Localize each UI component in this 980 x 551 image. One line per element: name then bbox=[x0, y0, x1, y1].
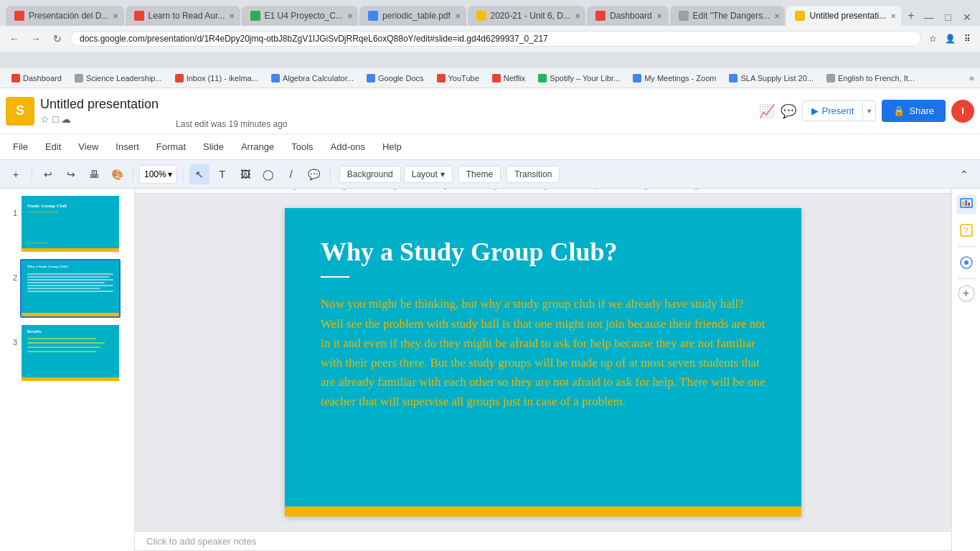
menu-addons[interactable]: Add-ons bbox=[324, 138, 372, 155]
sidebar-question-icon[interactable]: ? bbox=[956, 220, 976, 240]
tab1-close[interactable]: ✕ bbox=[113, 12, 118, 20]
background-button[interactable]: Background bbox=[339, 166, 401, 183]
zoom-control[interactable]: 100% ▾ bbox=[139, 165, 177, 184]
slide-1-subtitle: See All The Real Goods bbox=[27, 210, 58, 214]
sidebar-add-button[interactable]: + bbox=[958, 285, 975, 302]
tab6-close[interactable]: ✕ bbox=[656, 12, 662, 20]
tab-proyecto[interactable]: E1 U4 Proyecto_C... ✕ bbox=[242, 6, 359, 26]
toolbar: + ↩ ↪ 🖶 🎨 100% ▾ ↖ T 🖼 ◯ / 💬 Background … bbox=[0, 160, 980, 189]
bookmark-sla[interactable]: SLA Supply List 20... bbox=[723, 72, 819, 84]
bookmark-dashboard[interactable]: Dashboard bbox=[6, 72, 67, 84]
slides-icon[interactable]: □ bbox=[52, 113, 58, 125]
slide-title[interactable]: Why a Study Group Club? bbox=[321, 237, 618, 267]
collapse-toolbar-button[interactable]: ⌃ bbox=[954, 164, 974, 184]
bookmark-inbox[interactable]: Inbox (11) - ikelma... bbox=[169, 72, 264, 84]
star-icon[interactable]: ☆ bbox=[40, 113, 50, 125]
sidebar-slides-icon[interactable] bbox=[956, 194, 976, 215]
notes-placeholder[interactable]: Click to add speaker notes bbox=[146, 536, 256, 547]
tab-presentacion[interactable]: Presentación del D... ✕ bbox=[6, 6, 124, 26]
slide-3-title: Benefits bbox=[27, 329, 42, 334]
present-main[interactable]: ▶ Present bbox=[803, 101, 862, 121]
toolbar-sep4 bbox=[330, 167, 331, 182]
doc-title[interactable]: Untitled presentation bbox=[40, 97, 159, 112]
tab-unit6[interactable]: 2020-21 - Unit 6, D... ✕ bbox=[468, 6, 586, 26]
share-label: Share bbox=[909, 105, 934, 116]
menu-insert[interactable]: Insert bbox=[108, 138, 146, 155]
slide-thumb-1[interactable]: Study Group Club See All The Real Goods … bbox=[20, 194, 121, 253]
shapes-tool[interactable]: ◯ bbox=[258, 164, 278, 184]
menu-view[interactable]: View bbox=[71, 138, 105, 155]
tab-untitled-presentation[interactable]: Untitled presentati... ✕ bbox=[786, 6, 901, 26]
menu-arrange[interactable]: Arrange bbox=[234, 138, 281, 155]
slide-body[interactable]: Now you might be thinking, but why a stu… bbox=[321, 294, 765, 411]
theme-button[interactable]: Theme bbox=[458, 166, 501, 183]
tab4-close[interactable]: ✕ bbox=[455, 12, 461, 20]
select-tool[interactable]: ↖ bbox=[189, 164, 209, 184]
comment-tool[interactable]: 💬 bbox=[304, 164, 324, 184]
bookmarks-more-button[interactable]: » bbox=[969, 72, 974, 83]
bookmark-netflix[interactable]: Netflix bbox=[486, 72, 532, 84]
paint-format-button[interactable]: 🎨 bbox=[107, 164, 127, 184]
tab3-close[interactable]: ✕ bbox=[347, 12, 353, 20]
notes-area[interactable]: Click to add speaker notes bbox=[135, 531, 951, 550]
bookmark-icon[interactable]: ☆ bbox=[925, 32, 940, 46]
bookmark-youtube[interactable]: YouTube bbox=[431, 72, 485, 84]
cloud-icon[interactable]: ☁ bbox=[61, 113, 71, 125]
print-button[interactable]: 🖶 bbox=[84, 164, 104, 184]
bookmark-google-docs[interactable]: Google Docs bbox=[361, 72, 430, 84]
image-tool[interactable]: 🖼 bbox=[235, 164, 255, 184]
tab-edit-dangers[interactable]: Edit "The Dangers... ✕ bbox=[670, 6, 786, 26]
menu-file[interactable]: File bbox=[6, 138, 35, 155]
sidebar-navigation-icon[interactable] bbox=[956, 253, 976, 273]
menu-edit[interactable]: Edit bbox=[38, 138, 68, 155]
profile-icon[interactable]: 👤 bbox=[943, 32, 957, 46]
menu-format[interactable]: Format bbox=[149, 138, 193, 155]
share-button[interactable]: 🔒 Share bbox=[882, 100, 946, 122]
bookmark-english[interactable]: English to French, It... bbox=[821, 72, 920, 84]
tab1-favicon bbox=[14, 11, 24, 21]
back-button[interactable]: ← bbox=[6, 30, 23, 47]
menu-help[interactable]: Help bbox=[375, 138, 409, 155]
tab-dashboard[interactable]: Dashboard ✕ bbox=[587, 6, 669, 26]
layout-button[interactable]: Layout ▾ bbox=[404, 166, 453, 183]
activity-icon[interactable]: 📈 bbox=[759, 103, 775, 119]
redo-button[interactable]: ↪ bbox=[61, 164, 81, 184]
user-avatar[interactable]: I bbox=[951, 100, 974, 123]
bookmark-zoom[interactable]: My Meetings - Zoom bbox=[627, 72, 722, 84]
comment-icon[interactable]: 💬 bbox=[781, 103, 796, 119]
address-input[interactable]: docs.google.com/presentation/d/1R4eDpy20… bbox=[70, 31, 921, 47]
reload-button[interactable]: ↻ bbox=[49, 30, 66, 47]
layout-arrow: ▾ bbox=[440, 169, 445, 179]
close-window-button[interactable]: ✕ bbox=[960, 9, 974, 26]
menu-slide[interactable]: Slide bbox=[196, 138, 231, 155]
tab8-close[interactable]: ✕ bbox=[890, 12, 896, 20]
minimize-button[interactable]: — bbox=[921, 9, 937, 26]
tab5-close[interactable]: ✕ bbox=[575, 12, 580, 20]
maximize-button[interactable]: □ bbox=[943, 9, 954, 26]
extensions-button[interactable]: ⠿ bbox=[960, 32, 974, 46]
menu-tools[interactable]: Tools bbox=[284, 138, 320, 155]
transition-button[interactable]: Transition bbox=[507, 166, 560, 183]
bookmark-algebra[interactable]: Algebra Calculator... bbox=[265, 72, 359, 84]
bookmark-spotify[interactable]: Spotify – Your Libr... bbox=[532, 72, 626, 84]
tab7-close[interactable]: ✕ bbox=[774, 12, 780, 20]
line-tool[interactable]: / bbox=[281, 164, 301, 184]
new-tab-button[interactable]: + bbox=[901, 6, 920, 26]
tab-learn-to-read[interactable]: Learn to Read Aur... ✕ bbox=[126, 6, 240, 26]
text-tool[interactable]: T bbox=[212, 164, 232, 184]
tab-periodic[interactable]: periodic_table.pdf ✕ bbox=[359, 6, 466, 26]
forward-button[interactable]: → bbox=[27, 30, 44, 47]
slide-thumb-2[interactable]: Why a Study Group Club? bbox=[20, 259, 121, 318]
present-dropdown[interactable]: ▾ bbox=[862, 103, 875, 119]
bookmark-science[interactable]: Science Leadership... bbox=[69, 72, 168, 84]
present-button[interactable]: ▶ Present ▾ bbox=[802, 100, 876, 121]
slide-thumb-3[interactable]: Benefits bbox=[20, 324, 121, 382]
zoom-in-button[interactable]: + bbox=[6, 164, 26, 184]
present-icon: ▶ bbox=[811, 105, 819, 116]
slide-canvas[interactable]: Why a Study Group Club? Now you might be… bbox=[285, 208, 801, 517]
tab2-close[interactable]: ✕ bbox=[229, 12, 235, 20]
undo-button[interactable]: ↩ bbox=[38, 164, 58, 184]
ruler-mark-3: 3 bbox=[393, 189, 396, 192]
browser-chrome: Presentación del D... ✕ Learn to Read Au… bbox=[0, 0, 980, 68]
toolbar-sep1 bbox=[32, 167, 32, 182]
